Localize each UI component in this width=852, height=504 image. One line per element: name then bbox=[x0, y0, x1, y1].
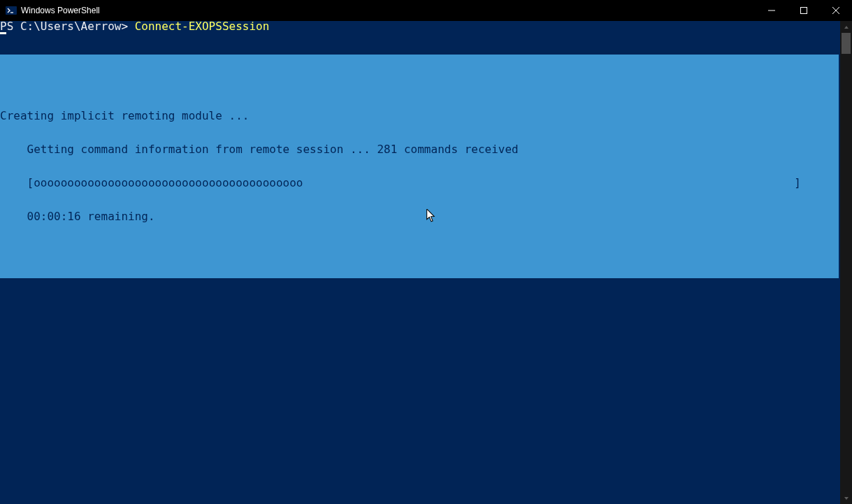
window-controls bbox=[756, 0, 852, 21]
client-area: PS C:\Users\Aerrow> Connect-EXOPSSession… bbox=[0, 21, 852, 504]
scroll-down-button[interactable] bbox=[840, 492, 852, 504]
progress-bar-close: ] bbox=[794, 178, 839, 189]
svg-rect-0 bbox=[6, 6, 17, 15]
vertical-scrollbar[interactable] bbox=[840, 21, 852, 504]
powershell-icon bbox=[6, 5, 17, 16]
close-button[interactable] bbox=[820, 0, 852, 21]
prompt-line: PS C:\Users\Aerrow> Connect-EXOPSSession bbox=[0, 21, 269, 32]
scroll-thumb[interactable] bbox=[842, 33, 851, 54]
maximize-button[interactable] bbox=[788, 0, 820, 21]
minimize-button[interactable] bbox=[756, 0, 788, 21]
prompt-command: Connect-EXOPSSession bbox=[135, 21, 270, 33]
window-title: Windows PowerShell bbox=[21, 6, 756, 15]
console-viewport[interactable]: PS C:\Users\Aerrow> Connect-EXOPSSession… bbox=[0, 21, 840, 504]
progress-bar-fill: oooooooooooooooooooooooooooooooooooooooo bbox=[34, 178, 303, 189]
text-caret bbox=[0, 32, 6, 34]
progress-bar: [ooooooooooooooooooooooooooooooooooooooo… bbox=[0, 178, 839, 189]
scroll-up-button[interactable] bbox=[840, 21, 852, 33]
progress-status: Getting command information from remote … bbox=[0, 144, 839, 155]
progress-bar-open: [ bbox=[0, 178, 34, 189]
progress-remaining: 00:00:16 remaining. bbox=[0, 211, 839, 222]
prompt-prefix: PS C:\Users\Aerrow> bbox=[0, 21, 135, 33]
progress-title: Creating implicit remoting module ... bbox=[0, 110, 839, 122]
progress-panel: Creating implicit remoting module ... Ge… bbox=[0, 55, 839, 278]
svg-rect-3 bbox=[801, 8, 807, 14]
scroll-track[interactable] bbox=[840, 33, 852, 492]
window-titlebar: Windows PowerShell bbox=[0, 0, 852, 21]
